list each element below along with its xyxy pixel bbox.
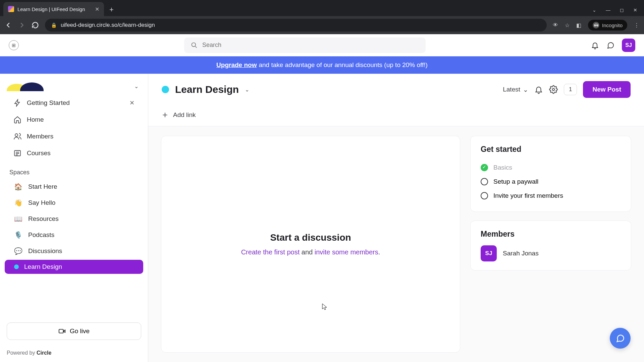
window-maximize-icon[interactable]: ◻ <box>620 7 624 13</box>
tracking-icon[interactable]: 👁 <box>553 22 558 28</box>
empty-state-card: Start a discussion Create the first post… <box>161 136 460 353</box>
member-name: Sarah Jonas <box>503 250 539 257</box>
chevron-down-icon: ⌄ <box>523 86 528 94</box>
close-tab-icon[interactable]: ✕ <box>95 6 99 12</box>
svg-rect-3 <box>59 329 63 333</box>
courses-icon <box>13 149 21 157</box>
go-live-button[interactable]: Go live <box>7 322 141 340</box>
space-item-learn-design[interactable]: Learn Design <box>5 260 143 274</box>
mic-icon: 🎙️ <box>14 231 23 239</box>
checklist-item-invite[interactable]: Invite your first members <box>481 189 621 203</box>
window-close-icon[interactable]: ✕ <box>633 7 637 13</box>
get-started-title: Get started <box>481 145 621 154</box>
space-color-dot-icon <box>14 264 19 269</box>
members-icon <box>13 132 21 140</box>
space-item-label: Podcasts <box>28 231 54 239</box>
forward-button[interactable] <box>18 21 25 29</box>
browser-tab[interactable]: Learn Design | UIFeed Design ✕ <box>3 2 104 16</box>
powered-brand[interactable]: Circle <box>37 350 51 356</box>
members-panel-title: Members <box>481 230 621 239</box>
space-header: Learn Design ⌄ Latest ⌄ 1 New Post <box>148 74 644 105</box>
wave-icon: 👋 <box>14 199 23 207</box>
sort-label: Latest <box>503 86 520 93</box>
space-item-resources[interactable]: 📖 Resources <box>5 212 143 226</box>
create-first-post-link[interactable]: Create the first post <box>241 248 300 256</box>
window-minimize-icon[interactable]: — <box>606 7 610 13</box>
side-panel-icon[interactable]: ◧ <box>576 22 581 28</box>
checklist-label: Setup a paywall <box>493 178 538 185</box>
checklist-label: Basics <box>493 164 512 171</box>
upgrade-banner: Upgrade now and take advantage of our an… <box>0 56 644 74</box>
sidebar-item-members[interactable]: Members <box>4 129 144 144</box>
notifications-icon[interactable] <box>534 85 543 94</box>
address-bar[interactable]: 🔒 uifeed-design.circle.so/c/learn-design <box>45 19 547 32</box>
sort-dropdown[interactable]: Latest ⌄ <box>503 86 528 94</box>
browser-toolbar: 🔒 uifeed-design.circle.so/c/learn-design… <box>0 16 644 34</box>
new-tab-button[interactable]: + <box>104 5 119 16</box>
svg-point-1 <box>15 134 18 136</box>
sidebar-item-label: Members <box>27 133 53 140</box>
incognito-badge[interactable]: 🕶 Incognito <box>588 20 627 31</box>
sidebar-item-label: Home <box>27 116 44 123</box>
chevron-down-icon[interactable]: ⌄ <box>245 86 249 93</box>
checklist-item-basics[interactable]: Basics <box>481 161 621 175</box>
tab-title: Learn Design | UIFeed Design <box>17 6 85 12</box>
back-button[interactable] <box>5 21 12 29</box>
member-initials: SJ <box>485 250 492 257</box>
chevron-down-icon[interactable]: ⌄ <box>134 83 139 89</box>
sidebar-item-getting-started[interactable]: Getting Started ✕ <box>4 95 144 111</box>
invite-members-link[interactable]: invite some members <box>315 248 378 256</box>
upgrade-link[interactable]: Upgrade now <box>216 61 257 69</box>
member-avatar: SJ <box>481 245 497 261</box>
sidebar-item-home[interactable]: Home <box>4 112 144 127</box>
lightning-icon <box>13 99 21 107</box>
chat-icon: 💬 <box>14 247 23 255</box>
settings-gear-icon[interactable] <box>549 85 558 94</box>
url-text: uifeed-design.circle.so/c/learn-design <box>61 22 155 28</box>
help-chat-fab[interactable] <box>610 328 631 349</box>
member-count-badge[interactable]: 1 <box>564 84 577 95</box>
space-item-start-here[interactable]: 🏠 Start Here <box>5 179 143 194</box>
messages-icon[interactable] <box>606 41 614 49</box>
empty-tail-text: . <box>378 248 380 256</box>
bookmark-star-icon[interactable]: ☆ <box>565 22 570 28</box>
dismiss-icon[interactable]: ✕ <box>129 99 135 107</box>
plus-icon <box>162 112 168 118</box>
empty-state-subtitle: Create the first post and invite some me… <box>241 248 380 256</box>
new-post-label: New Post <box>592 86 621 93</box>
app-switcher-button[interactable]: ⊞ <box>9 40 19 50</box>
checklist-label: Invite your first members <box>493 192 563 199</box>
banner-text: and take advantage of our annual discoun… <box>259 61 428 69</box>
sidebar-item-courses[interactable]: Courses <box>4 145 144 161</box>
new-post-button[interactable]: New Post <box>583 81 631 98</box>
space-item-label: Resources <box>28 215 59 223</box>
space-item-say-hello[interactable]: 👋 Say Hello <box>5 195 143 210</box>
search-input[interactable]: Search <box>184 38 426 53</box>
spaces-section-label: Spaces <box>0 162 148 179</box>
empty-mid-text: and <box>300 248 314 256</box>
space-title: Learn Design <box>175 84 239 95</box>
go-live-label: Go live <box>70 327 90 335</box>
space-item-label: Discussions <box>28 247 62 255</box>
user-avatar[interactable]: SJ <box>622 39 635 52</box>
notifications-icon[interactable] <box>591 41 599 49</box>
reload-button[interactable] <box>32 21 39 29</box>
app-topbar: ⊞ Search SJ <box>0 34 644 56</box>
svg-point-0 <box>192 43 196 47</box>
space-item-podcasts[interactable]: 🎙️ Podcasts <box>5 228 143 242</box>
member-row[interactable]: SJ Sarah Jonas <box>481 245 621 261</box>
sidebar: ⌄ Getting Started ✕ Home Members Courses… <box>0 74 148 362</box>
sidebar-item-label: Courses <box>27 149 51 157</box>
members-panel: Members SJ Sarah Jonas <box>470 221 631 270</box>
checklist-item-paywall[interactable]: Setup a paywall <box>481 175 621 189</box>
workspace-switcher[interactable]: ⌄ <box>0 74 148 95</box>
space-item-label: Start Here <box>28 183 57 190</box>
add-link-button[interactable]: Add link <box>148 105 644 126</box>
check-circle-icon <box>481 178 488 185</box>
kebab-menu-icon[interactable]: ⋮ <box>634 22 639 28</box>
book-icon: 📖 <box>14 215 23 223</box>
house-icon: 🏠 <box>14 183 23 191</box>
space-item-discussions[interactable]: 💬 Discussions <box>5 244 143 258</box>
search-icon <box>191 42 198 49</box>
chevron-down-icon[interactable]: ⌄ <box>592 7 596 13</box>
